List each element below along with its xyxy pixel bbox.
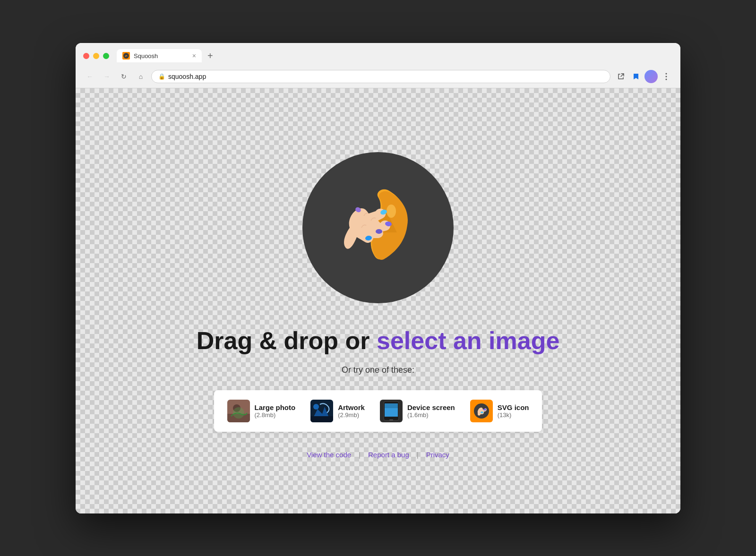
heading-accent: select an image (377, 327, 559, 354)
sample-name-device-screen: Device screen (407, 403, 455, 411)
sample-name-large-photo: Large photo (255, 403, 296, 411)
svg-point-25 (481, 411, 483, 413)
sample-info-artwork: Artwork (2.9mb) (338, 403, 365, 419)
close-dot[interactable] (83, 53, 89, 59)
sample-images-container: Large photo (2.8mb) Artwork (214, 390, 542, 432)
maximize-dot[interactable] (103, 53, 109, 59)
sample-info-device-screen: Device screen (1.6mb) (407, 403, 455, 419)
sample-size-artwork: (2.9mb) (338, 411, 365, 419)
svg-point-1 (666, 73, 667, 74)
sample-thumb-device-screen (380, 400, 403, 422)
sample-name-artwork: Artwork (338, 403, 365, 411)
squoosh-logo (302, 152, 454, 303)
browser-chrome: Squoosh × + ← → ↻ ⌂ 🔒 squoosh.app (76, 43, 680, 88)
home-button[interactable]: ⌂ (134, 70, 147, 83)
address-bar[interactable]: 🔒 squoosh.app (151, 70, 610, 83)
bookmark-button[interactable] (629, 70, 643, 83)
browser-addressbar: ← → ↻ ⌂ 🔒 squoosh.app (76, 67, 680, 88)
forward-button[interactable]: → (100, 70, 113, 83)
browser-titlebar: Squoosh × + (76, 43, 680, 67)
browser-actions (614, 70, 673, 83)
reload-button[interactable]: ↻ (117, 70, 130, 83)
sample-artwork[interactable]: Artwork (2.9mb) (307, 398, 369, 424)
sample-size-device-screen: (1.6mb) (407, 411, 455, 419)
svg-point-15 (313, 404, 319, 410)
active-tab[interactable]: Squoosh × (117, 49, 202, 62)
heading-static: Drag & drop or (197, 327, 377, 354)
sample-device-screen[interactable]: Device screen (1.6mb) (376, 398, 459, 424)
browser-window: Squoosh × + ← → ↻ ⌂ 🔒 squoosh.app (76, 43, 680, 513)
footer-links: View the code | Report a bug | Privacy (307, 451, 449, 459)
svg-rect-20 (385, 403, 398, 408)
sample-svg-icon[interactable]: SVG icon (13k) (466, 398, 533, 424)
sample-info-svg-icon: SVG icon (13k) (498, 403, 529, 419)
sample-info-large-photo: Large photo (2.8mb) (255, 403, 296, 419)
address-text: squoosh.app (168, 73, 206, 80)
svg-point-4 (387, 205, 396, 218)
svg-rect-21 (389, 419, 393, 420)
svg-point-7 (376, 229, 382, 234)
sample-thumb-svg-icon (470, 400, 493, 422)
svg-point-24 (483, 409, 486, 411)
lock-icon: 🔒 (158, 73, 165, 80)
sample-large-photo[interactable]: Large photo (2.8mb) (223, 398, 300, 424)
svg-point-3 (666, 78, 667, 80)
browser-traffic-lights (83, 53, 109, 59)
svg-point-2 (666, 76, 667, 77)
view-code-link[interactable]: View the code (307, 451, 351, 459)
svg-rect-16 (310, 416, 333, 422)
new-tab-button[interactable]: + (204, 49, 217, 63)
tab-favicon (122, 52, 130, 60)
sample-name-svg-icon: SVG icon (498, 403, 529, 411)
report-bug-link[interactable]: Report a bug (368, 451, 409, 459)
profile-avatar[interactable] (644, 70, 658, 83)
minimize-dot[interactable] (93, 53, 99, 59)
back-button[interactable]: ← (83, 70, 96, 83)
main-content[interactable]: Drag & drop or select an image Or try on… (76, 88, 680, 513)
tab-title: Squoosh (134, 52, 189, 60)
sample-thumb-large-photo (227, 400, 250, 422)
subtitle: Or try one of these: (342, 365, 414, 375)
footer-separator-2: | (417, 451, 419, 459)
external-link-button[interactable] (614, 70, 627, 83)
sample-thumb-artwork (310, 400, 333, 422)
sample-size-large-photo: (2.8mb) (255, 411, 296, 419)
privacy-link[interactable]: Privacy (426, 451, 449, 459)
browser-tabs: Squoosh × + (117, 49, 673, 63)
footer-separator-1: | (359, 451, 361, 459)
tab-close-button[interactable]: × (192, 52, 196, 59)
main-heading: Drag & drop or select an image (197, 326, 560, 355)
menu-button[interactable] (660, 70, 673, 83)
sample-size-svg-icon: (13k) (498, 411, 529, 419)
